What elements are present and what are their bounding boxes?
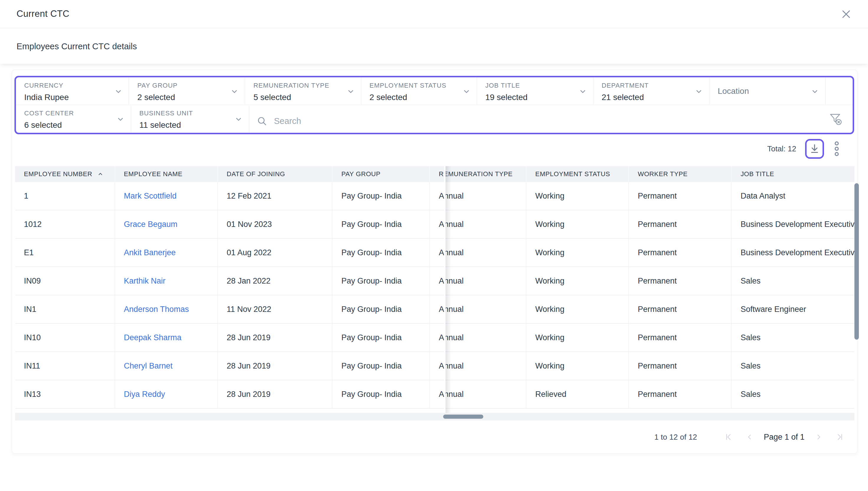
- filter-value: 19 selected: [485, 93, 574, 102]
- close-button[interactable]: [840, 8, 852, 21]
- employment-status: Working: [535, 277, 564, 286]
- table-row: 1 Mark Scottfield 12 Feb 2021 Pay Group-…: [15, 182, 855, 210]
- cell-employment-status: Working: [526, 267, 629, 295]
- filter-employment-status[interactable]: EMPLOYMENT STATUS 2 selected: [361, 77, 477, 105]
- horizontal-scrollbar-track[interactable]: [15, 413, 855, 421]
- cell-worker-type: Permanent: [629, 239, 732, 266]
- cell-employment-status: Working: [526, 324, 629, 351]
- employee-name-link[interactable]: Anderson Thomas: [124, 305, 189, 314]
- filter-cost-center[interactable]: COST CENTER 6 selected: [16, 105, 131, 133]
- col-header-pay-group[interactable]: PAY GROUP: [332, 166, 430, 182]
- employee-name-link[interactable]: Cheryl Barnet: [124, 362, 173, 371]
- first-page-button[interactable]: [724, 433, 732, 441]
- page-subtitle: Employees Current CTC details: [17, 41, 137, 51]
- filter-job-title[interactable]: JOB TITLE 19 selected: [477, 77, 593, 105]
- employee-name-link[interactable]: Deepak Sharma: [124, 333, 181, 342]
- search-input[interactable]: [274, 116, 687, 126]
- employee-name-link[interactable]: Grace Begaum: [124, 220, 178, 229]
- filter-label: CURRENCY: [24, 82, 110, 89]
- more-options-button[interactable]: [833, 141, 841, 156]
- cell-employee-number: 1012: [15, 210, 115, 238]
- table-row: IN10 Deepak Sharma 28 Jun 2019 Pay Group…: [15, 324, 855, 352]
- cell-job-title: Software Engineer: [732, 295, 855, 323]
- worker-type: Permanent: [638, 362, 677, 371]
- pay-group: Pay Group- India: [341, 390, 401, 399]
- employment-status: Working: [535, 362, 564, 371]
- clear-filters-button[interactable]: [829, 112, 843, 126]
- chevron-down-icon: [810, 87, 819, 96]
- filter-value: 5 selected: [253, 93, 342, 102]
- filter-label: COST CENTER: [24, 110, 112, 117]
- table-toolbar: Total: 12: [767, 138, 841, 159]
- chevron-down-icon: [694, 87, 703, 96]
- job-title: Sales: [740, 277, 760, 286]
- employee-name-link[interactable]: Diya Reddy: [124, 390, 165, 399]
- col-header-label: DATE OF JOINING: [227, 170, 285, 178]
- filter-bar: CURRENCY India Rupee PAY GROUP 2 selecte…: [15, 76, 854, 134]
- cell-employment-status: Working: [526, 182, 629, 210]
- filter-pay-group[interactable]: PAY GROUP 2 selected: [129, 77, 245, 105]
- chevron-down-icon: [230, 87, 239, 96]
- filter-business-unit[interactable]: BUSINESS UNIT 11 selected: [131, 105, 249, 133]
- pay-group: Pay Group- India: [341, 192, 401, 201]
- col-header-employee-number[interactable]: EMPLOYEE NUMBER: [15, 166, 115, 182]
- cell-job-title: Data Analyst: [732, 182, 855, 210]
- table-row: IN1 Anderson Thomas 11 Nov 2022 Pay Grou…: [15, 295, 855, 324]
- last-page-button[interactable]: [836, 433, 844, 441]
- filter-value: 2 selected: [370, 93, 458, 102]
- pay-group: Pay Group- India: [341, 305, 401, 314]
- vertical-scrollbar-thumb[interactable]: [855, 183, 859, 340]
- cell-employment-status: Relieved: [526, 380, 629, 408]
- filter-location[interactable]: Location: [709, 77, 825, 105]
- filter-currency[interactable]: CURRENCY India Rupee: [16, 77, 129, 105]
- cell-worker-type: Permanent: [629, 295, 732, 323]
- employee-number: 1: [24, 192, 28, 201]
- next-page-button[interactable]: [815, 433, 822, 440]
- filter-remuneration-type[interactable]: REMUNERATION TYPE 5 selected: [245, 77, 361, 105]
- employee-name-link[interactable]: Ankit Banerjee: [124, 248, 176, 257]
- job-title: Sales: [740, 390, 760, 399]
- pagination-bar: 1 to 12 of 12 Page 1 of 1: [12, 421, 857, 454]
- cell-employee-name: Mark Scottfield: [115, 182, 218, 210]
- worker-type: Permanent: [638, 220, 677, 229]
- employment-status: Working: [535, 305, 564, 314]
- cell-employment-status: Working: [526, 239, 629, 266]
- filter-label: EMPLOYMENT STATUS: [370, 82, 458, 89]
- employee-name-link[interactable]: Mark Scottfield: [124, 192, 177, 201]
- pay-group: Pay Group- India: [341, 220, 401, 229]
- clear-filters-icon: [829, 112, 843, 126]
- table-row: IN11 Cheryl Barnet 28 Jun 2019 Pay Group…: [15, 352, 855, 380]
- table-row: 1012 Grace Begaum 01 Nov 2023 Pay Group-…: [15, 210, 855, 239]
- job-title: Sales: [740, 333, 760, 342]
- employee-name-link[interactable]: Karthik Nair: [124, 277, 166, 286]
- first-page-icon: [724, 433, 732, 441]
- next-page-icon: [815, 433, 822, 440]
- employment-status: Working: [535, 333, 564, 342]
- employee-table: EMPLOYEE NUMBER EMPLOYEE NAME DATE OF JO…: [15, 166, 858, 421]
- col-header-employee-name[interactable]: EMPLOYEE NAME: [115, 166, 218, 182]
- cell-date-of-joining: 28 Jun 2019: [218, 324, 333, 351]
- col-header-label: EMPLOYEE NUMBER: [24, 170, 92, 178]
- col-header-employment-status[interactable]: EMPLOYMENT STATUS: [526, 166, 629, 182]
- cell-employee-name: Deepak Sharma: [115, 324, 218, 351]
- filter-department[interactable]: DEPARTMENT 21 selected: [593, 77, 709, 105]
- download-button[interactable]: [805, 139, 824, 159]
- col-header-worker-type[interactable]: WORKER TYPE: [629, 166, 732, 182]
- last-page-icon: [836, 433, 844, 441]
- cell-worker-type: Permanent: [629, 324, 732, 351]
- content-sheet: CURRENCY India Rupee PAY GROUP 2 selecte…: [12, 69, 857, 454]
- chevron-down-icon: [462, 87, 471, 96]
- filter-row-1: CURRENCY India Rupee PAY GROUP 2 selecte…: [16, 77, 852, 105]
- col-header-date-of-joining[interactable]: DATE OF JOINING: [218, 166, 333, 182]
- previous-page-button[interactable]: [746, 433, 753, 440]
- job-title: Data Analyst: [740, 192, 785, 201]
- job-title: Business Development Executive: [740, 248, 855, 257]
- col-header-job-title[interactable]: JOB TITLE: [732, 166, 855, 182]
- col-header-label: EMPLOYEE NAME: [124, 170, 183, 178]
- cell-employee-name: Ankit Banerjee: [115, 239, 218, 266]
- date-of-joining: 01 Nov 2023: [227, 220, 272, 229]
- cell-date-of-joining: 28 Jan 2022: [218, 267, 333, 295]
- horizontal-scrollbar-thumb[interactable]: [443, 414, 483, 419]
- cell-pay-group: Pay Group- India: [332, 210, 430, 238]
- filter-placeholder: Location: [718, 86, 749, 96]
